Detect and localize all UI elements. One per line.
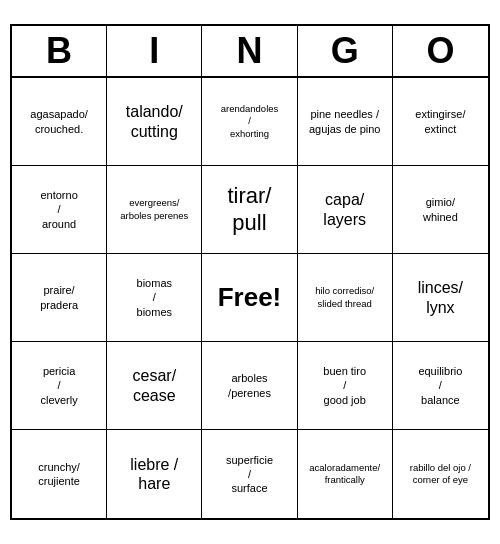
bingo-cell-11: biomas / biomes: [107, 254, 202, 342]
bingo-cell-24: rabillo del ojo / corner of eye: [393, 430, 488, 518]
bingo-cell-8: capa/ layers: [298, 166, 393, 254]
bingo-cell-0: agasapado/ crouched.: [12, 78, 107, 166]
bingo-cell-5: entorno / around: [12, 166, 107, 254]
bingo-cell-23: acaloradamente/ frantically: [298, 430, 393, 518]
bingo-cell-12: Free!: [202, 254, 297, 342]
bingo-header: BINGO: [12, 26, 488, 78]
bingo-cell-2: arendandoles / exhorting: [202, 78, 297, 166]
bingo-grid: agasapado/ crouched.talando/ cuttingaren…: [12, 78, 488, 518]
bingo-cell-20: crunchy/ crujiente: [12, 430, 107, 518]
header-cell-o: O: [393, 26, 488, 76]
bingo-cell-10: praire/ pradera: [12, 254, 107, 342]
header-cell-b: B: [12, 26, 107, 76]
bingo-cell-22: superficie / surface: [202, 430, 297, 518]
header-cell-g: G: [298, 26, 393, 76]
bingo-cell-18: buen tiro / good job: [298, 342, 393, 430]
header-cell-i: I: [107, 26, 202, 76]
bingo-card: BINGO agasapado/ crouched.talando/ cutti…: [10, 24, 490, 520]
bingo-cell-13: hilo corrediso/ slided thread: [298, 254, 393, 342]
bingo-cell-14: linces/ lynx: [393, 254, 488, 342]
bingo-cell-9: gimio/ whined: [393, 166, 488, 254]
bingo-cell-7: tirar/ pull: [202, 166, 297, 254]
header-cell-n: N: [202, 26, 297, 76]
bingo-cell-17: arboles /perenes: [202, 342, 297, 430]
bingo-cell-1: talando/ cutting: [107, 78, 202, 166]
bingo-cell-19: equilibrio / balance: [393, 342, 488, 430]
bingo-cell-3: pine needles / agujas de pino: [298, 78, 393, 166]
bingo-cell-4: extingirse/ extinct: [393, 78, 488, 166]
bingo-cell-15: pericia / cleverly: [12, 342, 107, 430]
bingo-cell-21: liebre / hare: [107, 430, 202, 518]
bingo-cell-6: evergreens/ arboles perenes: [107, 166, 202, 254]
bingo-cell-16: cesar/ cease: [107, 342, 202, 430]
